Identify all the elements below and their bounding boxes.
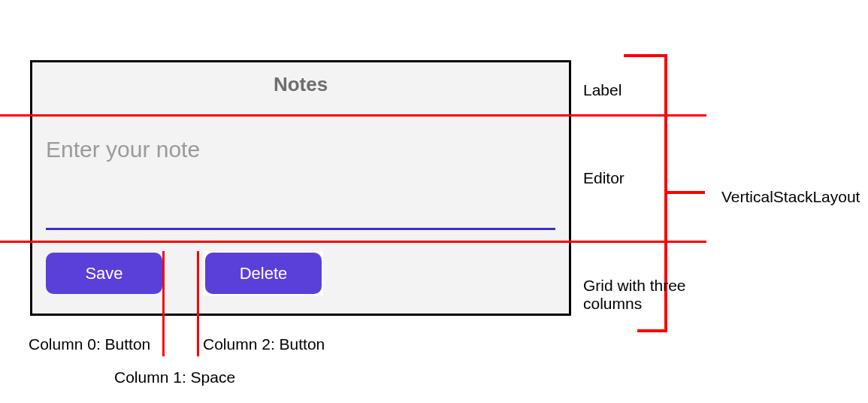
annotation-line-h1 bbox=[0, 114, 706, 117]
annotation-line-v2 bbox=[197, 251, 199, 356]
editor-placeholder: Enter your note bbox=[46, 137, 200, 162]
annotation-col2: Column 2: Button bbox=[203, 335, 325, 353]
button-grid: Save Delete bbox=[32, 242, 569, 305]
editor-underline bbox=[46, 228, 555, 230]
annotation-editor: Editor bbox=[583, 169, 625, 187]
annotation-col1: Column 1: Space bbox=[114, 368, 235, 386]
delete-button[interactable]: Delete bbox=[205, 253, 322, 294]
bracket-tick bbox=[664, 191, 705, 194]
annotation-grid: Grid with three columns bbox=[583, 277, 708, 313]
editor-area[interactable]: Enter your note bbox=[32, 107, 569, 242]
annotation-line-v1 bbox=[162, 251, 165, 356]
save-button[interactable]: Save bbox=[46, 253, 162, 294]
page-title: Notes bbox=[274, 73, 328, 95]
delete-button-wrapper: Delete bbox=[204, 251, 323, 295]
title-bar: Notes bbox=[32, 62, 569, 107]
annotation-label: Label bbox=[583, 81, 622, 99]
annotation-col0: Column 0: Button bbox=[29, 335, 150, 353]
vertical-stack-layout: Notes Enter your note Save Delete bbox=[30, 60, 571, 316]
bracket-top bbox=[624, 54, 666, 57]
annotation-line-h2 bbox=[0, 241, 706, 243]
annotation-vsl: VerticalStackLayout bbox=[721, 188, 860, 206]
bracket-bottom bbox=[637, 329, 666, 332]
